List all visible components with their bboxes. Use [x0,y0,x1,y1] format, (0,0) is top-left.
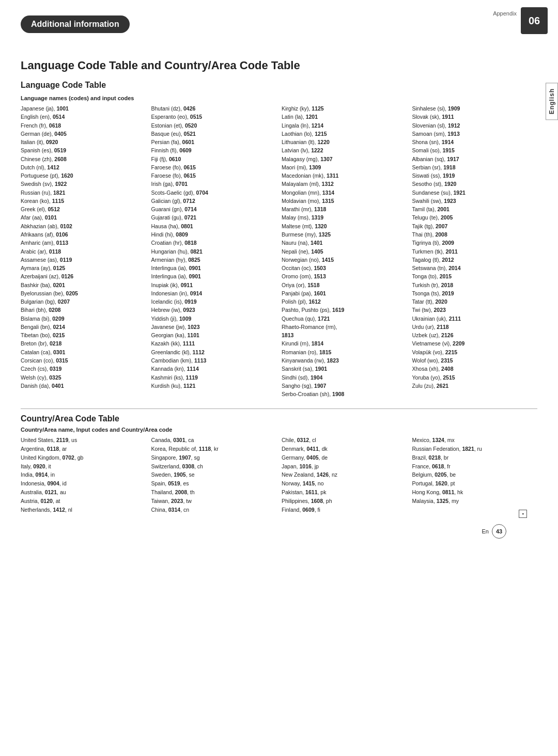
list-item: Kannada (kn), 1114 [151,365,277,373]
list-item: Pashto, Pushto (ps), 1619 [282,306,407,314]
main-title: Language Code Table and Country/Area Cod… [21,59,537,72]
list-item: Rhaeto-Romance (rm), [282,323,407,331]
list-item: Vietnamese (vi), 2209 [412,339,538,348]
list-item: Taiwan, 2023, tw [151,497,277,506]
country-grid: United States, 2119, usArgentina, 0118, … [21,436,537,514]
country-col-1: United States, 2119, usArgentina, 0118, … [21,436,146,514]
list-item: Bhutani (dz), 0426 [151,104,277,113]
list-item: Danish (da), 0401 [21,382,146,390]
list-item: Inupiak (ik), 0911 [151,281,277,289]
country-col-2: Canada, 0301, caKorea, Republic of, 1118… [151,436,277,514]
list-item: Bihari (bh), 0208 [21,306,146,314]
list-item: Hong Kong, 0811, hk [412,488,538,497]
list-item: Tonga (to), 2015 [412,272,538,280]
page-bottom: En 43 [21,524,537,539]
list-item: Sanskrit (sa), 1901 [282,365,407,373]
list-item: Faroese (fo), 0615 [151,163,277,171]
list-item: Switzerland, 0308, ch [151,462,277,471]
list-item: Estonian (et), 0520 [151,121,277,130]
list-item: Zulu (zu), 2621 [412,382,538,390]
list-item: Thai (th), 2008 [412,230,538,239]
list-item: Tajik (tg), 2007 [412,222,538,230]
list-item: Turkish (tr), 2018 [412,281,538,289]
small-icon: ▪ [519,510,527,518]
list-item: Galician (gl), 0712 [151,197,277,205]
list-item: Basque (eu), 0521 [151,130,277,138]
lang-col-4: Sinhalese (si), 1909Slovak (sk), 1911Slo… [412,104,538,398]
list-item: Spain, 0519, es [151,479,277,488]
list-item: Tibetan (bo), 0215 [21,331,146,339]
list-item: Mongolian (mn), 1314 [282,188,407,197]
list-item: Shona (sn), 1914 [412,138,538,146]
list-item: Icelandic (is), 0919 [151,297,277,306]
list-item: Australia, 0121, au [21,488,146,497]
list-item: Latin (la), 1201 [282,113,407,121]
list-item: Urdu (ur), 2118 [412,323,538,331]
list-item: Japanese (ja), 1001 [21,104,146,113]
list-item: Gujarati (gu), 0721 [151,213,277,222]
list-item: Macedonian (mk), 1311 [282,171,407,180]
list-item: Kirghiz (ky), 1125 [282,104,407,113]
list-item: Faroese (fo), 0615 [151,171,277,180]
list-item: Esperanto (eo), 0515 [151,113,277,121]
list-item: Malagasy (mg), 1307 [282,155,407,163]
appendix-label: Appendix [493,10,517,17]
list-item: Italy, 0920, it [21,462,146,471]
list-item: Panjabi (pa), 1601 [282,289,407,297]
list-item: Croatian (hr), 0818 [151,239,277,247]
list-item: Norway, 1415, no [282,479,407,488]
list-item: Ukrainian (uk), 2111 [412,314,538,323]
list-item: Austria, 0120, at [21,497,146,506]
list-item: Azerbaijani (az), 0126 [21,272,146,280]
list-item: Thailand, 2008, th [151,488,277,497]
list-item: Interlingua (ia), 0901 [151,264,277,272]
country-col-3: Chile, 0312, clDenmark, 0411, dkGermany,… [282,436,407,514]
list-item: Setswana (tn), 2014 [412,264,538,272]
list-item: Siswati (ss), 1919 [412,171,538,180]
section-divider [21,408,537,409]
list-item: Latvian (lv), 1222 [282,146,407,154]
list-item: Tigrinya (ti), 2009 [412,239,538,247]
list-item: Russian (ru), 1821 [21,188,146,197]
list-item: Corsican (co), 0315 [21,356,146,365]
list-item: Xhosa (xh), 2408 [412,365,538,373]
list-item: France, 0618, fr [412,462,538,471]
list-item: Afrikaans (af), 0106 [21,230,146,239]
list-item: 1813 [282,331,407,339]
list-item: Korean (ko), 1115 [21,197,146,205]
lang-col-1: Japanese (ja), 1001English (en), 0514Fre… [21,104,146,398]
list-item: Sesotho (st), 1920 [412,180,538,188]
list-item: Portugal, 1620, pt [412,479,538,488]
list-item: Lingala (ln), 1214 [282,121,407,130]
list-item: Philippines, 1608, ph [282,497,407,506]
list-item: Malayalam (ml), 1312 [282,180,407,188]
country-subtitle: Country/Area Code Table [21,414,537,423]
list-item: Malaysia, 1325, my [412,497,538,506]
lang-col-3: Kirghiz (ky), 1125Latin (la), 1201Lingal… [282,104,407,398]
list-item: Indonesian (in), 0914 [151,289,277,297]
list-item: Bengali (bn), 0214 [21,323,146,331]
list-item: Tatar (tt), 2020 [412,297,538,306]
list-item: Slovak (sk), 1911 [412,113,538,121]
country-intro: Country/Area name, Input codes and Count… [21,427,537,433]
list-item: German (de), 0405 [21,130,146,138]
list-item: Sangho (sg), 1907 [282,382,407,390]
list-item: Bulgarian (bg), 0207 [21,297,146,306]
list-item: Welsh (cy), 0325 [21,373,146,382]
list-item: Oromo (om), 1513 [282,272,407,280]
list-item: Yoruba (yo), 2515 [412,373,538,382]
list-item: Kashmiri (ks), 1119 [151,373,277,382]
list-item: Scots-Gaelic (gd), 0704 [151,188,277,197]
list-item: Pakistan, 1611, pk [282,488,407,497]
list-item: Afar (aa), 0101 [21,213,146,222]
list-item: Irish (ga), 0701 [151,180,277,188]
list-item: Persian (fa), 0601 [151,138,277,146]
list-item: Javanese (jw), 1023 [151,323,277,331]
list-item: Japan, 1016, jp [282,462,407,471]
list-item: Netherlands, 1412, nl [21,506,146,514]
list-item: Chinese (zh), 2608 [21,155,146,163]
list-item: Volapük (vo), 2215 [412,348,538,356]
list-item: Spanish (es), 0519 [21,146,146,154]
list-item: Moldavian (mo), 1315 [282,197,407,205]
list-item: Occitan (oc), 1503 [282,264,407,272]
